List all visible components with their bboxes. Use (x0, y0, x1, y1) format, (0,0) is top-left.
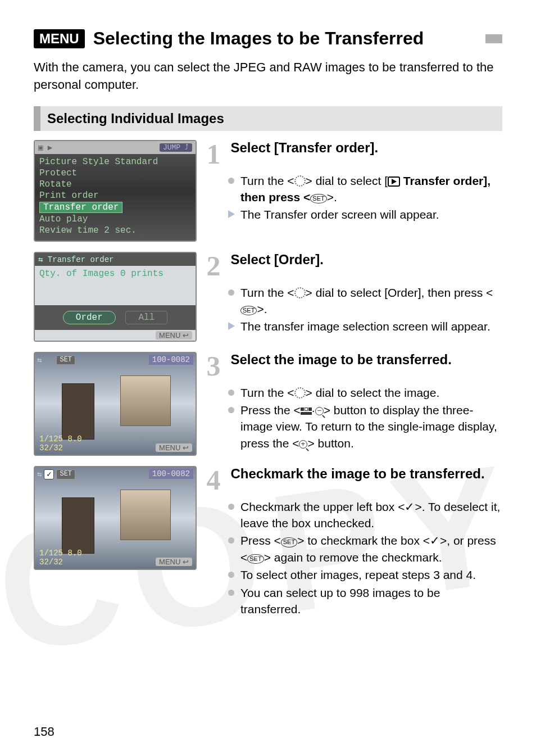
photo-building (120, 375, 171, 426)
step-4-row: ⇆ ✓ SET 100-0082 1/125 8.0 32/32 MENU ↩ … (34, 466, 502, 619)
menu-row: Print order (39, 190, 191, 201)
menu-row: Review time 2 sec. (39, 225, 191, 236)
instruction-item: You can select up to 998 images to be tr… (228, 585, 502, 618)
play-icon (388, 176, 400, 187)
set-badge: SET (56, 469, 75, 479)
step-heading: Select [Transfer order]. (230, 140, 378, 155)
image-select-screenshot: ⇆ SET 100-0082 1/125 8.0 32/32 MENU ↩ (34, 352, 197, 456)
photo-building (62, 497, 94, 554)
zoom-out-icon (315, 407, 324, 415)
menu-chip: MENU ↩ (156, 558, 192, 566)
exposure-info: 1/125 8.0 (39, 549, 82, 558)
check-icon: ✓ (405, 499, 415, 515)
zoom-in-icon (299, 440, 307, 449)
dial-icon (294, 287, 306, 298)
intro-text: With the camera, you can select the JPEG… (34, 59, 502, 94)
page-number: 158 (34, 725, 54, 739)
step-3-row: ⇆ SET 100-0082 1/125 8.0 32/32 MENU ↩ 3 … (34, 352, 502, 456)
check-icon: ✓ (430, 532, 440, 549)
instruction-item: Press <SET> to checkmark the box <✓>, or… (228, 532, 502, 565)
result-item: The transfer image selection screen will… (228, 318, 502, 334)
photo-building (62, 383, 94, 440)
check-box: ✓ (44, 469, 54, 479)
set-icon: SET (281, 537, 297, 547)
index-icon (301, 408, 312, 415)
step-number: 3 (203, 352, 224, 380)
page-title-bar: MENU Selecting the Images to be Transfer… (34, 28, 502, 49)
transfer-icon: ⇆ (37, 469, 42, 479)
step-number: 2 (203, 252, 224, 280)
image-count: 32/32 (39, 558, 63, 567)
instruction-item: To select other images, repeat steps 3 a… (228, 567, 502, 583)
image-checked-screenshot: ⇆ ✓ SET 100-0082 1/125 8.0 32/32 MENU ↩ (34, 466, 197, 570)
step-1-row: ▣ ▶ JUMP ⤴ Picture Style Standard Protec… (34, 140, 502, 242)
menu-row: Picture Style Standard (39, 156, 191, 168)
menu-chip: MENU ↩ (156, 331, 192, 339)
jump-chip: JUMP ⤴ (160, 143, 192, 152)
menu-badge: MENU (34, 29, 85, 48)
shot-title: ⇆ Transfer order (38, 255, 113, 264)
play-tab-icon: ▣ ▶ (38, 143, 52, 152)
step-heading: Select [Order]. (230, 252, 323, 267)
transfer-order-screenshot: ⇆ Transfer order Qty. of Images 0 prints… (34, 252, 197, 342)
step-number: 1 (203, 140, 224, 168)
step-number: 4 (203, 466, 224, 494)
qty-row: Qty. of Images 0 prints (39, 268, 191, 279)
result-item: The Transfer order screen will appear. (228, 206, 502, 223)
instruction-item: Turn the <> dial to select [Order], then… (228, 284, 502, 318)
step-2-row: ⇆ Transfer order Qty. of Images 0 prints… (34, 252, 502, 342)
image-count: 32/32 (39, 443, 63, 452)
check-empty (44, 355, 54, 363)
instruction-item: Checkmark the upper left box <✓>. To des… (228, 499, 502, 532)
set-icon: SET (247, 554, 264, 564)
image-id: 100-0082 (149, 355, 193, 365)
menu-row-highlight: Transfer order (39, 201, 191, 214)
order-button: Order (63, 311, 116, 324)
step-heading: Select the image to be transferred. (230, 352, 451, 367)
all-button: All (125, 311, 167, 324)
instruction-item: Turn the <> dial to select [ Transfer or… (228, 173, 502, 206)
menu-row: Auto play (39, 214, 191, 225)
menu-row: Rotate (39, 179, 191, 190)
menu-row: Protect (39, 168, 191, 179)
set-icon: SET (310, 194, 326, 203)
set-icon: SET (240, 306, 257, 315)
menu-chip: MENU ↩ (156, 443, 192, 452)
instruction-item: Turn the <> dial to select the image. (228, 384, 502, 401)
step-heading: Checkmark the image to be transferred. (230, 466, 484, 481)
section-heading: Selecting Individual Images (34, 106, 502, 131)
dial-icon (294, 175, 306, 187)
decorative-block (485, 34, 502, 43)
transfer-icon: ⇆ (37, 355, 42, 365)
photo-building (120, 490, 171, 540)
camera-menu-screenshot: ▣ ▶ JUMP ⤴ Picture Style Standard Protec… (34, 140, 197, 242)
page-title: Selecting the Images to be Transferred (93, 28, 477, 49)
dial-icon (294, 387, 306, 399)
instruction-item: Press the <·> button to display the thre… (228, 402, 502, 451)
exposure-info: 1/125 8.0 (39, 434, 82, 443)
image-id: 100-0082 (149, 469, 193, 479)
set-badge: SET (56, 355, 75, 365)
